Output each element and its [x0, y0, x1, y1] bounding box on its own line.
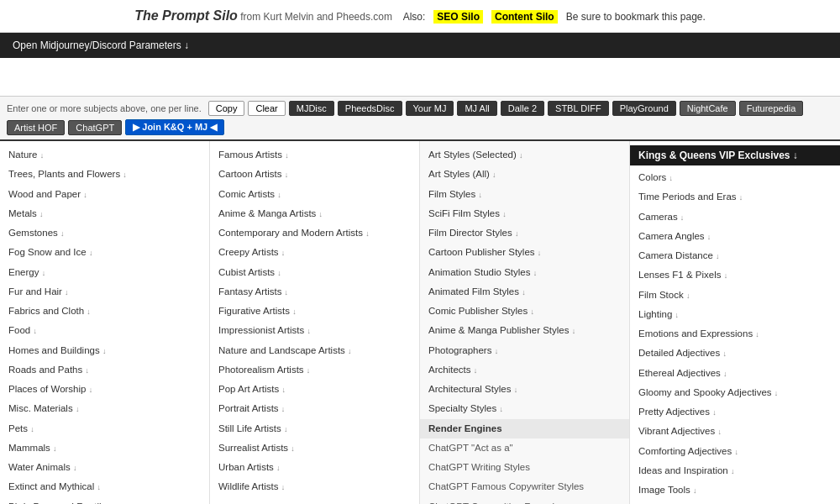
- item-fur[interactable]: Fur and Hair ↓: [0, 282, 209, 302]
- item-photorealism[interactable]: Photorealism Artists ↓: [210, 360, 419, 380]
- item-pretty-adj[interactable]: Pretty Adjectives ↓: [630, 402, 840, 422]
- input-area: [0, 58, 840, 97]
- item-ethereal-adj[interactable]: Ethereal Adjectives ↓: [630, 364, 840, 383]
- item-vibrant-adj[interactable]: Vibrant Adjectives ↓: [630, 422, 840, 441]
- item-lenses[interactable]: Lenses F1 & Pixels ↓: [630, 265, 840, 285]
- item-art-styles-selected[interactable]: Art Styles (Selected) ↓: [420, 145, 629, 165]
- item-places[interactable]: Places of Worship ↓: [0, 380, 209, 399]
- item-wildlife[interactable]: Wildlife Artists ↓: [210, 477, 419, 496]
- open-params-label: Open Midjourney/Discord Parameters ↓: [13, 39, 189, 51]
- join-button[interactable]: ▶ Join K&Q + MJ ◀: [125, 119, 224, 135]
- item-animated-film[interactable]: Animated Film Styles ↓: [420, 282, 629, 302]
- item-chatgpt-act[interactable]: ChatGPT "Act as a": [420, 438, 629, 458]
- item-wood[interactable]: Wood and Paper ↓: [0, 185, 209, 204]
- item-birds[interactable]: Birds Bugs and Reptiles ↓: [0, 497, 209, 505]
- item-fog[interactable]: Fog Snow and Ice ↓: [0, 243, 209, 262]
- item-contemporary[interactable]: Contemporary and Modern Artists ↓: [210, 223, 419, 243]
- item-ideas[interactable]: Ideas and Inspiration ↓: [630, 461, 840, 480]
- item-film-styles[interactable]: Film Styles ↓: [420, 185, 629, 204]
- item-homes[interactable]: Homes and Buildings ↓: [0, 341, 209, 360]
- item-animation-studio[interactable]: Animation Studio Styles ↓: [420, 263, 629, 282]
- tab-playground[interactable]: PlayGround: [612, 101, 676, 116]
- item-cubist[interactable]: Cubist Artists ↓: [210, 263, 419, 282]
- item-chatgpt-formulas[interactable]: ChatGPT Copywriting Formulas: [420, 497, 629, 505]
- item-time-periods[interactable]: Time Periods and Eras ↓: [630, 187, 840, 207]
- item-energy[interactable]: Energy ↓: [0, 263, 209, 282]
- item-film-stock[interactable]: Film Stock ↓: [630, 286, 840, 305]
- item-comic-publisher[interactable]: Comic Publisher Styles ↓: [420, 302, 629, 321]
- tab-yourmj[interactable]: Your MJ: [406, 101, 454, 116]
- item-chatgpt-copywriter[interactable]: ChatGPT Famous Copywriter Styles: [420, 477, 629, 496]
- item-food[interactable]: Food ↓: [0, 321, 209, 340]
- from-text: from Kurt Melvin and Pheeds.com: [238, 11, 392, 23]
- bookmark-text: Be sure to bookmark this page.: [566, 11, 706, 23]
- subject-input[interactable]: [5, 63, 835, 88]
- item-cameras[interactable]: Cameras ↓: [630, 207, 840, 227]
- copy-button[interactable]: Copy: [208, 101, 245, 116]
- also-text: Also:: [403, 11, 426, 23]
- item-comic-artists[interactable]: Comic Artists ↓: [210, 185, 419, 204]
- item-art-styles-all[interactable]: Art Styles (All) ↓: [420, 165, 629, 184]
- item-nature[interactable]: Nature ↓: [0, 145, 209, 165]
- open-params-bar[interactable]: Open Midjourney/Discord Parameters ↓: [0, 33, 840, 58]
- main-content: Nature ↓ Trees, Plants and Flowers ↓ Woo…: [0, 141, 840, 504]
- item-film-director[interactable]: Film Director Styles ↓: [420, 223, 629, 243]
- item-emotions[interactable]: Emotions and Expressions ↓: [630, 324, 840, 344]
- item-gemstones[interactable]: Gemstones ↓: [0, 223, 209, 243]
- item-camera-distance[interactable]: Camera Distance ↓: [630, 246, 840, 265]
- item-trees[interactable]: Trees, Plants and Flowers ↓: [0, 165, 209, 184]
- item-colors[interactable]: Colors ↓: [630, 168, 840, 187]
- item-figurative[interactable]: Figurative Artists ↓: [210, 302, 419, 321]
- tab-mjdisc[interactable]: MJDisc: [289, 101, 334, 116]
- tab-chatgpt[interactable]: ChatGPT: [68, 120, 122, 135]
- item-fantasy[interactable]: Fantasy Artists ↓: [210, 282, 419, 302]
- item-extinct[interactable]: Extinct and Mythical ↓: [0, 477, 209, 496]
- item-scifi-styles[interactable]: SciFi Film Styles ↓: [420, 204, 629, 223]
- item-pets[interactable]: Pets ↓: [0, 419, 209, 438]
- item-water-animals[interactable]: Water Animals ↓: [0, 458, 209, 477]
- item-portrait[interactable]: Portrait Artists ↓: [210, 399, 419, 418]
- tab-nightcafe[interactable]: NightCafe: [680, 101, 736, 116]
- tab-pheedsdisc[interactable]: PheedsDisc: [338, 101, 402, 116]
- item-nature-landscape[interactable]: Nature and Landscape Artists ↓: [210, 341, 419, 360]
- tab-artisthof[interactable]: Artist HOF: [7, 120, 65, 135]
- item-anime-artists[interactable]: Anime & Manga Artists ↓: [210, 204, 419, 223]
- item-cartoon-artists[interactable]: Cartoon Artists ↓: [210, 165, 419, 184]
- item-image-tools[interactable]: Image Tools ↓: [630, 480, 840, 500]
- item-specialty-styles[interactable]: Specialty Styles ↓: [420, 399, 629, 418]
- item-roads[interactable]: Roads and Paths ↓: [0, 360, 209, 380]
- clear-button[interactable]: Clear: [248, 101, 285, 116]
- item-comforting-adj[interactable]: Comforting Adjectives ↓: [630, 442, 840, 461]
- item-creepy[interactable]: Creepy Artists ↓: [210, 243, 419, 262]
- seo-silo-link[interactable]: SEO Silo: [433, 10, 483, 24]
- page-title: The Prompt Silo from Kurt Melvin and Phe…: [134, 11, 706, 23]
- tab-futurepedia[interactable]: Futurepedia: [739, 101, 804, 116]
- item-famous-artists[interactable]: Famous Artists ↓: [210, 145, 419, 165]
- item-surrealist[interactable]: Surrealist Artists ↓: [210, 438, 419, 458]
- item-architects[interactable]: Architects ↓: [420, 360, 629, 380]
- item-chatgpt-writing[interactable]: ChatGPT Writing Styles: [420, 458, 629, 477]
- item-render-engines[interactable]: Render Engines: [420, 419, 629, 438]
- item-pop-art[interactable]: Pop Art Artists ↓: [210, 380, 419, 399]
- item-lighting[interactable]: Lighting ↓: [630, 305, 840, 324]
- item-impressionist[interactable]: Impressionist Artists ↓: [210, 321, 419, 340]
- item-cartoon-publisher[interactable]: Cartoon Publisher Styles ↓: [420, 243, 629, 262]
- item-photographers[interactable]: Photographers ↓: [420, 341, 629, 360]
- item-still-life[interactable]: Still Life Artists ↓: [210, 419, 419, 438]
- item-detailed-adj[interactable]: Detailed Adjectives ↓: [630, 344, 840, 363]
- item-misc-materials[interactable]: Misc. Materials ↓: [0, 399, 209, 418]
- item-camera-angles[interactable]: Camera Angles ↓: [630, 227, 840, 246]
- item-text-to-art[interactable]: More Text to Art Generators ↓: [630, 500, 840, 504]
- item-metals[interactable]: Metals ↓: [0, 204, 209, 223]
- tab-mjall[interactable]: MJ All: [457, 101, 496, 116]
- item-gloomy-adj[interactable]: Gloomy and Spooky Adjectives ↓: [630, 383, 840, 402]
- item-mammals[interactable]: Mammals ↓: [0, 438, 209, 458]
- item-fabrics[interactable]: Fabrics and Cloth ↓: [0, 302, 209, 321]
- item-urban[interactable]: Urban Artists ↓: [210, 458, 419, 477]
- content-silo-link[interactable]: Content Silo: [491, 10, 558, 24]
- title-text: The Prompt Silo: [134, 8, 238, 23]
- tab-dalle2[interactable]: Dalle 2: [501, 101, 544, 116]
- tab-stbldiff[interactable]: STBL DIFF: [548, 101, 609, 116]
- item-anime-publisher[interactable]: Anime & Manga Publisher Styles ↓: [420, 321, 629, 340]
- item-architectural-styles[interactable]: Architectural Styles ↓: [420, 380, 629, 399]
